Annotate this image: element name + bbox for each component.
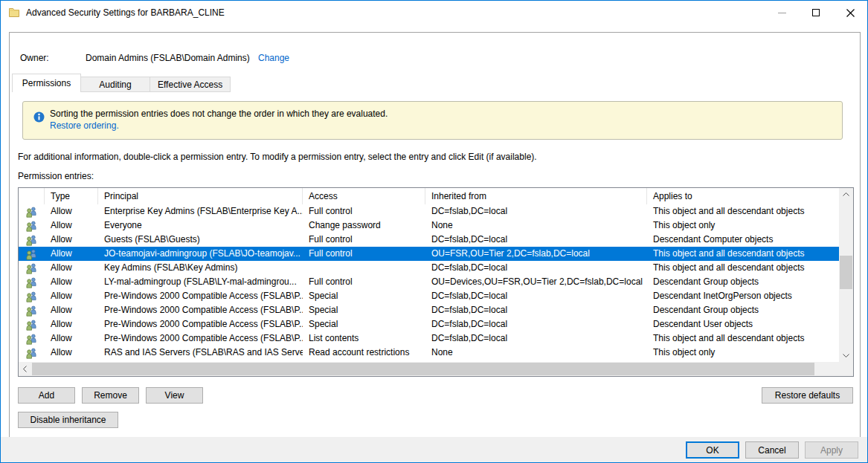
info-icon: [33, 111, 45, 123]
sorting-info-banner: Sorting the permission entries does not …: [22, 101, 843, 140]
cell-principal: Pre-Windows 2000 Compatible Access (FSLA…: [98, 331, 303, 346]
banner-message: Sorting the permission entries does not …: [50, 109, 388, 119]
group-icon: [19, 275, 45, 289]
cell-applies_to: Descendant Computer objects: [647, 233, 839, 247]
table-row[interactable]: AllowPre-Windows 2000 Compatible Access …: [19, 331, 839, 346]
table-row[interactable]: AllowEveryoneChange passwordNoneThis obj…: [19, 218, 839, 233]
view-button[interactable]: View: [146, 387, 203, 404]
cell-type: Allow: [45, 346, 98, 360]
column-header-type[interactable]: Type: [45, 188, 98, 204]
cell-access: Full control: [303, 275, 425, 289]
cell-principal: Pre-Windows 2000 Compatible Access (FSLA…: [98, 289, 303, 303]
cell-applies_to: This object and all descendant objects: [647, 261, 839, 275]
table-row[interactable]: AllowJO-teamojavi-admingroup (FSLAB\JO-t…: [19, 247, 839, 261]
apply-button[interactable]: Apply: [805, 441, 858, 459]
cell-applies_to: This object only: [647, 346, 839, 360]
cell-principal: Pre-Windows 2000 Compatible Access (FSLA…: [98, 317, 303, 331]
cell-principal: Guests (FSLAB\Guests): [98, 233, 303, 247]
scroll-left-icon[interactable]: [19, 362, 31, 376]
cell-access: List contents: [303, 331, 425, 346]
cell-type: Allow: [45, 218, 98, 233]
cell-type: Allow: [45, 303, 98, 317]
table-row[interactable]: AllowRAS and IAS Servers (FSLAB\RAS and …: [19, 346, 839, 360]
cell-inherited_from: None: [425, 346, 647, 360]
minimize-button[interactable]: [765, 1, 799, 25]
cell-type: Allow: [45, 331, 98, 346]
remove-button[interactable]: Remove: [82, 387, 139, 404]
cell-inherited_from: DC=fslab,DC=local: [425, 261, 647, 275]
cell-inherited_from: DC=fslab,DC=local: [425, 317, 647, 331]
instruction-text: For additional information, double-click…: [18, 152, 851, 162]
cell-access: Full control: [303, 233, 425, 247]
permission-rows: AllowEnterprise Key Admins (FSLAB\Enterp…: [19, 204, 839, 362]
maximize-button[interactable]: [799, 1, 833, 25]
horizontal-scroll-thumb[interactable]: [32, 363, 814, 375]
table-row[interactable]: AllowGuests (FSLAB\Guests)Full controlDC…: [19, 233, 839, 247]
cell-principal: Enterprise Key Admins (FSLAB\Enterprise …: [98, 204, 303, 218]
scroll-up-icon[interactable]: [839, 188, 853, 201]
cancel-button[interactable]: Cancel: [745, 441, 799, 459]
table-row[interactable]: AllowLY-mal-admingroup (FSLAB\LY-mal-adm…: [19, 275, 839, 289]
table-row[interactable]: AllowKey Admins (FSLAB\Key Admins)DC=fsl…: [19, 261, 839, 275]
close-icon: [846, 9, 855, 17]
column-header-access[interactable]: Access: [303, 188, 425, 204]
tab-permissions[interactable]: Permissions: [12, 74, 81, 92]
cell-type: Allow: [45, 289, 98, 303]
title-bar: Advanced Security Settings for BARBARA_C…: [1, 1, 867, 25]
cell-principal: Key Admins (FSLAB\Key Admins): [98, 261, 303, 275]
table-row[interactable]: AllowPre-Windows 2000 Compatible Access …: [19, 303, 839, 317]
list-header: Type Principal Access Inherited from App…: [19, 188, 839, 204]
disable-inheritance-button[interactable]: Disable inheritance: [18, 412, 118, 428]
column-header-inherited-from[interactable]: Inherited from: [425, 188, 647, 204]
cell-type: Allow: [45, 233, 98, 247]
cell-principal: LY-mal-admingroup (FSLAB\LY-mal-admingro…: [98, 275, 303, 289]
table-row[interactable]: AllowEnterprise Key Admins (FSLAB\Enterp…: [19, 204, 839, 218]
column-header-applies-to[interactable]: Applies to: [647, 188, 839, 204]
cell-type: Allow: [45, 317, 98, 331]
cell-principal: RAS and IAS Servers (FSLAB\RAS and IAS S…: [98, 346, 303, 360]
cell-inherited_from: DC=fslab,DC=local: [425, 233, 647, 247]
cell-applies_to: Descendant Group objects: [647, 303, 839, 317]
permission-entries-list: Type Principal Access Inherited from App…: [18, 187, 854, 377]
window-title: Advanced Security Settings for BARBARA_C…: [26, 7, 225, 18]
cell-type: Allow: [45, 275, 98, 289]
group-icon: [19, 261, 45, 275]
owner-row: Owner: Domain Admins (FSLAB\Domain Admin…: [20, 53, 838, 65]
main-panel: Owner: Domain Admins (FSLAB\Domain Admin…: [9, 32, 861, 438]
cell-inherited_from: DC=fslab,DC=local: [425, 204, 647, 218]
column-header-icon[interactable]: [19, 188, 45, 204]
cell-applies_to: Descendant Group objects: [647, 275, 839, 289]
horizontal-scrollbar[interactable]: [19, 362, 853, 376]
restore-ordering-link[interactable]: Restore ordering.: [50, 120, 119, 131]
cell-access: Full control: [303, 247, 425, 261]
cell-applies_to: This object and all descendant objects: [647, 204, 839, 218]
group-icon: [19, 289, 45, 303]
cell-access: Read account restrictions: [303, 346, 425, 360]
cell-applies_to: This object and all descendant objects: [647, 247, 839, 261]
scroll-down-icon[interactable]: [839, 349, 853, 362]
owner-change-link[interactable]: Change: [258, 53, 289, 63]
tab-effective-access[interactable]: Effective Access: [150, 77, 231, 92]
tab-auditing[interactable]: Auditing: [81, 77, 150, 92]
group-icon: [19, 317, 45, 331]
group-icon: [19, 247, 45, 261]
group-icon: [19, 233, 45, 247]
owner-label: Owner:: [20, 53, 49, 63]
vertical-scrollbar[interactable]: [839, 188, 853, 362]
add-button[interactable]: Add: [18, 387, 75, 404]
cell-inherited_from: None: [425, 218, 647, 233]
cell-type: Allow: [45, 204, 98, 218]
column-header-principal[interactable]: Principal: [98, 188, 303, 204]
cell-applies_to: Descendant InetOrgPerson objects: [647, 289, 839, 303]
table-row[interactable]: AllowPre-Windows 2000 Compatible Access …: [19, 317, 839, 331]
table-row[interactable]: AllowPre-Windows 2000 Compatible Access …: [19, 289, 839, 303]
vertical-scroll-thumb[interactable]: [840, 256, 852, 289]
cell-principal: Everyone: [98, 218, 303, 233]
cell-inherited_from: DC=fslab,DC=local: [425, 289, 647, 303]
cell-inherited_from: OU=Devices,OU=FSR,OU=Tier 2,DC=fslab,DC=…: [425, 275, 647, 289]
ok-button[interactable]: OK: [686, 441, 739, 459]
restore-defaults-button[interactable]: Restore defaults: [762, 387, 853, 404]
scrollbar-corner: [839, 362, 853, 376]
close-button[interactable]: [833, 1, 867, 25]
cell-principal: JO-teamojavi-admingroup (FSLAB\JO-teamoj…: [98, 247, 303, 261]
